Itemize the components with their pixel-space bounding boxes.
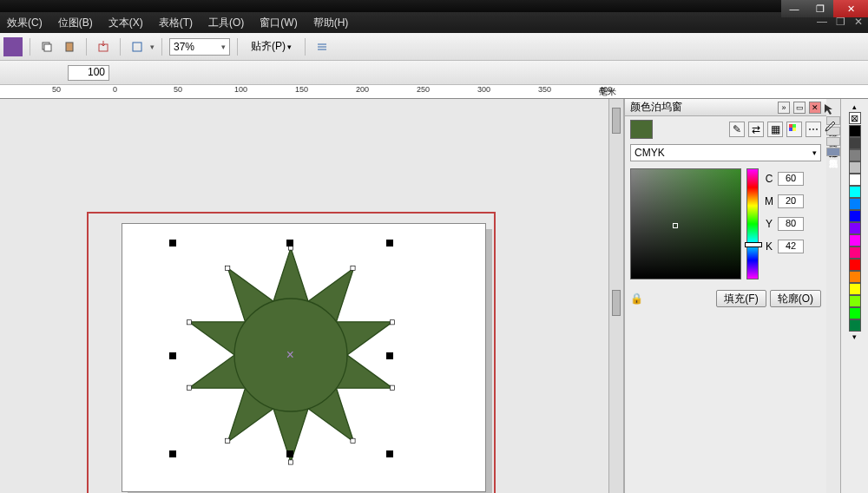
palette-swatch[interactable] [849,295,861,307]
window-maximize-button[interactable]: ❐ [807,0,833,17]
c-input[interactable]: 60 [778,172,804,186]
svg-rect-13 [187,320,191,325]
export-icon[interactable] [128,37,147,56]
current-color-swatch[interactable] [630,120,653,139]
canvas[interactable]: × [0,99,608,493]
color-gradient-picker[interactable] [630,168,741,279]
selection-handle[interactable] [169,352,176,359]
ruler-tick: 50 [174,85,182,94]
svg-rect-4 [133,43,141,51]
menu-help[interactable]: 帮助(H) [313,16,349,30]
palette-up-arrow-icon[interactable]: ▴ [852,102,857,111]
selection-handle[interactable] [386,450,393,457]
selection-handle[interactable] [169,450,176,457]
palette-swatch[interactable] [849,307,861,319]
m-input[interactable]: 20 [778,194,804,208]
svg-rect-15 [226,438,230,443]
more-options-icon[interactable]: ⋯ [806,122,821,137]
palette-swatch[interactable] [849,319,861,332]
eyedropper-icon[interactable] [823,120,837,134]
selection-handle[interactable] [286,240,293,246]
mdi-minimize-icon[interactable]: — [817,16,827,28]
palette-swatch[interactable] [849,210,861,222]
selection-handle[interactable] [169,240,176,246]
palette-swatch[interactable] [849,283,861,295]
tab-object-properties[interactable]: 对象属性 [826,137,840,146]
palette-swatch[interactable] [849,271,861,283]
svg-rect-20 [351,266,355,270]
window-close-button[interactable]: ✕ [833,0,868,17]
palette-swatch[interactable] [849,137,861,149]
separator [237,38,238,56]
fill-button[interactable]: 填充(F) [716,290,766,307]
palette-down-arrow-icon[interactable]: ▾ [852,332,857,341]
panel-collapse-button[interactable]: » [778,102,790,114]
star-shape[interactable]: × [178,242,404,468]
no-color-swatch[interactable]: ⊠ [849,112,861,124]
mdi-restore-icon[interactable]: ❐ [836,16,845,28]
tab-color-docker[interactable]: 颜色泊坞窗 [826,148,840,156]
standard-toolbar: ▾ 37% 贴齐(P)▾ [0,33,868,61]
ruler-tick: 300 [477,85,490,94]
y-input[interactable]: 80 [778,217,804,231]
palette-swatch[interactable] [849,186,861,198]
pointer-icon[interactable] [823,102,837,116]
y-label: Y [764,218,774,230]
palette-swatch[interactable] [849,161,861,174]
svg-rect-23 [789,128,792,131]
panel-undock-button[interactable]: ▭ [793,102,806,114]
m-label: M [764,195,774,207]
palette-swatch[interactable] [849,234,861,246]
snap-menu[interactable]: 贴齐(P)▾ [245,38,298,56]
color-mode-select[interactable]: CMYK ▾ [630,144,821,161]
menu-text[interactable]: 文本(X) [108,16,143,30]
selection-handle[interactable] [286,450,293,457]
scroll-grip[interactable] [612,290,621,316]
svg-rect-24 [792,128,796,131]
horizontal-ruler[interactable]: 50 0 50 100 150 200 250 300 350 400 毫米 [0,85,868,99]
sliders-icon[interactable]: ⇄ [748,122,764,137]
hue-slider[interactable] [746,168,759,279]
ruler-tick: 150 [295,85,308,94]
paste-icon[interactable] [60,37,79,56]
menu-tools[interactable]: 工具(O) [208,16,244,30]
palette-swatch[interactable] [849,198,861,210]
lock-icon[interactable]: 🔒 [630,293,643,305]
dropdown-arrow-icon[interactable]: ▾ [150,43,155,51]
scrollbar[interactable] [608,99,624,493]
copy-icon[interactable] [37,37,56,56]
window-minimize-button[interactable]: — [781,0,807,17]
palette-swatch[interactable] [849,149,861,161]
ruler-tick: 350 [538,85,551,94]
selection-handle[interactable] [386,352,393,359]
svg-rect-16 [288,460,293,464]
menu-window[interactable]: 窗口(W) [260,16,297,30]
numeric-input[interactable]: 100 [68,65,109,81]
menu-table[interactable]: 表格(T) [159,16,193,30]
menu-bitmap[interactable]: 位图(B) [58,16,93,30]
selection-handle[interactable] [386,240,393,246]
palette-swatch[interactable] [849,174,861,186]
menu-effects[interactable]: 效果(C) [7,16,43,30]
zoom-level-combo[interactable]: 37% [169,38,230,56]
palette-swatch[interactable] [849,222,861,234]
options-icon[interactable] [312,37,332,56]
k-input[interactable]: 42 [778,240,804,253]
palette-swatch[interactable] [849,246,861,259]
palette-swatch[interactable] [849,259,861,271]
mdi-close-icon[interactable]: ✕ [854,16,863,28]
panel-close-button[interactable]: ✕ [809,102,821,114]
separator [161,38,162,56]
scroll-grip[interactable] [612,108,621,134]
svg-rect-17 [226,266,230,270]
hue-thumb[interactable] [745,242,762,247]
palette-swatch[interactable] [849,125,861,137]
swatches-icon[interactable] [786,122,802,137]
tool-icon-1[interactable] [3,37,23,56]
separator [30,38,30,56]
palette-view-icon[interactable]: ▦ [767,122,783,137]
outline-button[interactable]: 轮廓(O) [770,290,821,307]
import-icon[interactable] [94,37,113,56]
color-marker[interactable] [673,223,678,228]
eyedropper-icon[interactable]: ✎ [729,122,745,137]
